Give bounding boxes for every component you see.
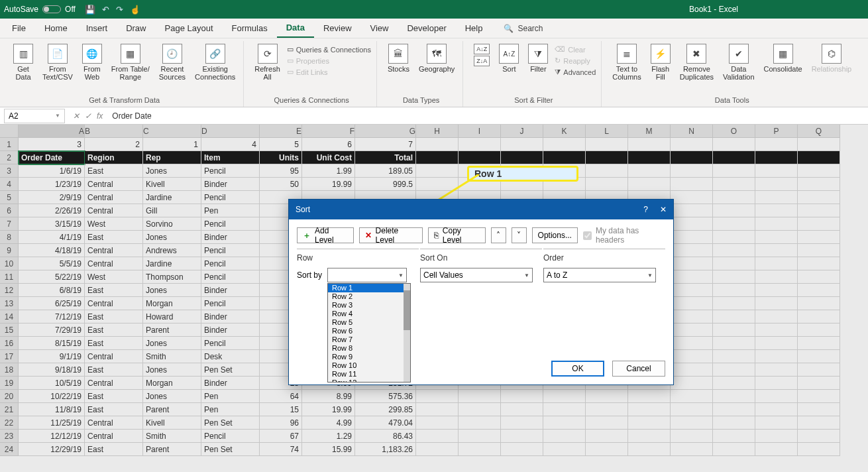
filter-button[interactable]: ⧩Filter: [525, 41, 551, 95]
cell[interactable]: 9/18/19: [19, 363, 85, 377]
ok-button[interactable]: OK: [551, 361, 604, 377]
cell[interactable]: Thompson: [143, 270, 201, 284]
order-combo[interactable]: A to Z ▼: [543, 268, 656, 282]
sort-az-button[interactable]: A↓ZZ↓A: [471, 41, 492, 95]
cell[interactable]: [713, 377, 755, 390]
cell[interactable]: 15: [260, 403, 302, 416]
cell[interactable]: [798, 377, 840, 390]
cell[interactable]: [628, 178, 671, 191]
cell[interactable]: [671, 244, 713, 257]
cell[interactable]: East: [85, 324, 143, 337]
col-header[interactable]: J: [501, 125, 543, 138]
cell[interactable]: [755, 403, 798, 416]
cell[interactable]: 479.04: [355, 416, 416, 430]
row-header[interactable]: 22: [0, 416, 19, 430]
scrollbar-thumb[interactable]: [404, 290, 410, 330]
cell[interactable]: 4/1/19: [19, 231, 85, 244]
row-header[interactable]: 6: [0, 204, 19, 217]
row-header[interactable]: 7: [0, 217, 19, 231]
cell[interactable]: Central: [85, 297, 143, 310]
cell[interactable]: Pencil: [201, 337, 260, 350]
cell[interactable]: [628, 151, 671, 164]
cell[interactable]: [713, 217, 755, 231]
cell[interactable]: 8.99: [302, 390, 355, 403]
cell[interactable]: East: [85, 363, 143, 377]
cell[interactable]: [798, 231, 840, 244]
cell[interactable]: 12/29/19: [19, 443, 85, 456]
advanced-link[interactable]: ⧩Advanced: [555, 68, 596, 76]
cell[interactable]: [671, 416, 713, 430]
from-web-button[interactable]: 🌐From Web: [80, 41, 105, 95]
row-header[interactable]: 9: [0, 244, 19, 257]
tab-view[interactable]: View: [361, 19, 398, 37]
cell[interactable]: [586, 403, 628, 416]
remove-duplicates-button[interactable]: ✖Remove Duplicates: [677, 41, 716, 95]
cell[interactable]: 9/1/19: [19, 350, 85, 363]
dropdown-option[interactable]: Row 10: [328, 361, 410, 370]
cell[interactable]: 7/12/19: [19, 310, 85, 324]
flash-fill-button[interactable]: ⚡Flash Fill: [648, 41, 673, 95]
cell[interactable]: [755, 257, 798, 270]
cell[interactable]: [416, 178, 459, 191]
cell[interactable]: 8/15/19: [19, 337, 85, 350]
cell[interactable]: [798, 297, 840, 310]
row-header[interactable]: 2: [0, 151, 19, 164]
cell[interactable]: [798, 270, 840, 284]
cell[interactable]: [798, 430, 840, 443]
scrollbar[interactable]: [404, 284, 410, 382]
row-header[interactable]: 10: [0, 257, 19, 270]
cell[interactable]: Jones: [143, 231, 201, 244]
row-header[interactable]: 5: [0, 191, 19, 204]
tab-help[interactable]: Help: [456, 19, 492, 37]
cell[interactable]: Central: [85, 257, 143, 270]
cell[interactable]: [586, 164, 628, 178]
dropdown-option[interactable]: Row 11: [328, 370, 410, 379]
cell[interactable]: [586, 430, 628, 443]
cell[interactable]: [798, 443, 840, 456]
cell[interactable]: 11/25/19: [19, 416, 85, 430]
cell[interactable]: [501, 151, 543, 164]
cell[interactable]: [713, 403, 755, 416]
cell[interactable]: [755, 337, 798, 350]
col-header[interactable]: M: [628, 125, 671, 138]
cell[interactable]: [416, 430, 459, 443]
cell[interactable]: 575.36: [355, 390, 416, 403]
cell[interactable]: [755, 416, 798, 430]
cell[interactable]: [798, 164, 840, 178]
cell[interactable]: 1,183.26: [355, 443, 416, 456]
cell[interactable]: [671, 297, 713, 310]
cell[interactable]: Pencil: [201, 257, 260, 270]
cell[interactable]: Howard: [143, 310, 201, 324]
stocks-button[interactable]: 🏛Stocks: [385, 41, 412, 95]
cell[interactable]: 999.5: [355, 178, 416, 191]
cell[interactable]: Binder: [201, 231, 260, 244]
cell[interactable]: 6/25/19: [19, 297, 85, 310]
edit-links-link[interactable]: ▭Edit Links: [287, 68, 328, 76]
row-header[interactable]: 8: [0, 231, 19, 244]
cell[interactable]: 5: [260, 138, 302, 151]
cell[interactable]: [713, 138, 755, 151]
cell[interactable]: Central: [85, 377, 143, 390]
cell[interactable]: [755, 204, 798, 217]
cell[interactable]: West: [85, 217, 143, 231]
cell[interactable]: 19.99: [302, 178, 355, 191]
cell[interactable]: [798, 138, 840, 151]
move-down-button[interactable]: ˅: [512, 227, 527, 243]
cell[interactable]: [798, 191, 840, 204]
cell[interactable]: [671, 390, 713, 403]
cell[interactable]: [713, 297, 755, 310]
cell[interactable]: [755, 217, 798, 231]
col-header[interactable]: C: [143, 125, 201, 138]
cell[interactable]: [671, 257, 713, 270]
cell[interactable]: 7/29/19: [19, 324, 85, 337]
cell[interactable]: Smith: [143, 430, 201, 443]
cell[interactable]: [586, 416, 628, 430]
row-header[interactable]: 24: [0, 443, 19, 456]
checkbox-input[interactable]: [583, 231, 592, 240]
cell[interactable]: 2/26/19: [19, 204, 85, 217]
cell[interactable]: 15.99: [302, 443, 355, 456]
cell[interactable]: [501, 390, 543, 403]
cell[interactable]: 95: [260, 164, 302, 178]
sort-button[interactable]: A↕ZSort: [496, 41, 521, 95]
cell[interactable]: Unit Cost: [302, 151, 355, 164]
